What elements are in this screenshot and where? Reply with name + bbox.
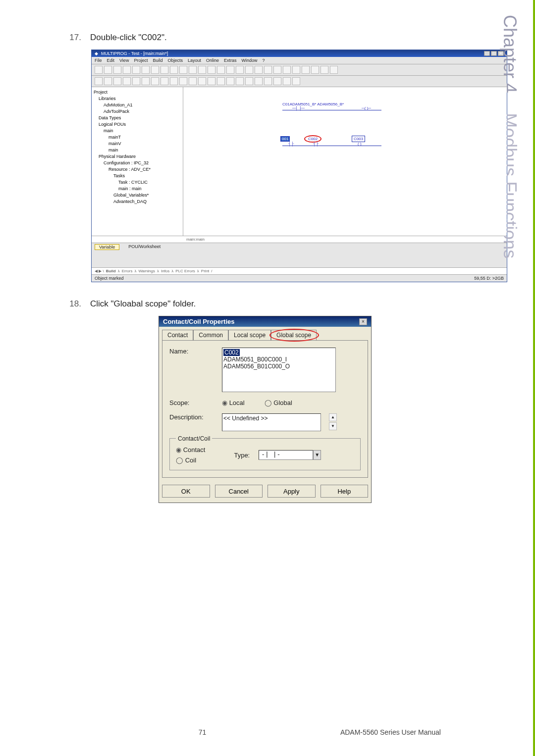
toolbar-button[interactable] <box>123 66 131 74</box>
contact-radio[interactable]: Contact <box>176 446 205 454</box>
toolbar-button[interactable] <box>283 66 291 74</box>
toolbar-button[interactable] <box>302 66 310 74</box>
tree-item[interactable]: mainV <box>94 141 181 147</box>
tab-contact[interactable]: Contact <box>162 330 193 340</box>
tab-main[interactable]: main:main <box>186 237 205 242</box>
menu-online[interactable]: Online <box>206 58 219 63</box>
tab-build[interactable]: Build <box>106 269 116 273</box>
menu-extras[interactable]: Extras <box>224 58 237 63</box>
toolbar-button[interactable] <box>104 66 112 74</box>
toolbar-button[interactable] <box>292 77 300 85</box>
toolbar-button[interactable] <box>189 77 197 85</box>
scroll-up-icon[interactable]: ▲ <box>329 413 337 421</box>
toolbar-button[interactable] <box>104 77 112 85</box>
tree-item[interactable]: Resource : ADV_CE* <box>94 166 181 173</box>
tree-item[interactable]: AdvMotion_A1 <box>94 102 181 108</box>
tree-item[interactable]: Global_Variables* <box>94 192 181 199</box>
apply-button[interactable]: Apply <box>268 485 316 498</box>
toolbar-button[interactable] <box>226 77 234 85</box>
name-option[interactable]: ADAM5056_B01C000_O <box>223 363 290 370</box>
contact-symbol[interactable]: ┤├ <box>313 142 319 146</box>
toolbar-button[interactable] <box>142 66 150 74</box>
project-tree[interactable]: Project Libraries AdvMotion_A1 AdvToolPa… <box>92 87 183 236</box>
tab-common[interactable]: Common <box>193 330 228 340</box>
tree-item[interactable]: main : main <box>94 186 181 192</box>
c003-node[interactable]: C003 <box>352 137 365 141</box>
tab-plcerrors[interactable]: PLC Errors <box>175 269 195 273</box>
ladder-canvas[interactable]: C01ADAM5051_B* ADAM5056_B* ─┤ ├─ ─( )─ 0… <box>183 87 507 236</box>
menu-view[interactable]: View <box>119 58 129 63</box>
tab-print[interactable]: Print <box>201 269 209 273</box>
toolbar-button[interactable] <box>132 66 140 74</box>
toolbar-button[interactable] <box>264 66 272 74</box>
maximize-icon[interactable]: □ <box>491 51 497 56</box>
toolbar-button[interactable] <box>311 66 319 74</box>
pou-col[interactable]: POU/Worksheet <box>124 244 164 250</box>
toolbar-button[interactable] <box>142 77 150 85</box>
toolbar-button[interactable] <box>179 66 187 74</box>
tree-item[interactable]: mainT <box>94 134 181 141</box>
toolbar-button[interactable] <box>245 77 253 85</box>
toolbar-button[interactable] <box>236 77 244 85</box>
toolbar-button[interactable] <box>208 66 215 74</box>
toolbar-button[interactable] <box>123 77 131 85</box>
menu-window[interactable]: Window <box>242 58 258 63</box>
toolbar-button[interactable] <box>179 77 187 85</box>
tree-item[interactable]: Data Types <box>94 115 181 121</box>
menu-help[interactable]: ? <box>263 58 265 63</box>
name-listbox[interactable]: C002 ADAM5051_B00C000_I ADAM5056_B01C000… <box>222 348 336 392</box>
toolbar-button[interactable] <box>95 66 103 74</box>
c001-node[interactable]: 001 <box>280 137 290 141</box>
tab-errors[interactable]: Errors <box>122 269 133 273</box>
toolbar-button[interactable] <box>245 66 253 74</box>
toolbar-button[interactable] <box>217 66 225 74</box>
toolbar-button[interactable] <box>160 66 168 74</box>
contact-symbol[interactable]: ┤├ <box>288 142 294 146</box>
toolbar-button[interactable] <box>208 77 215 85</box>
scope-global-radio[interactable]: Global <box>265 399 292 406</box>
menu-project[interactable]: Project <box>134 58 148 63</box>
toolbar-button[interactable] <box>330 66 338 74</box>
toolbar-button[interactable] <box>217 77 225 85</box>
tree-item[interactable]: Advantech_DAQ <box>94 199 181 205</box>
toolbar-button[interactable] <box>321 66 328 74</box>
toolbar-button[interactable] <box>236 66 244 74</box>
toolbar-button[interactable] <box>198 66 206 74</box>
menu-edit[interactable]: Edit <box>107 58 115 63</box>
toolbar-button[interactable] <box>255 66 263 74</box>
name-selected[interactable]: C002 <box>223 349 240 356</box>
toolbar-button[interactable] <box>198 77 206 85</box>
name-option[interactable]: ADAM5051_B00C000_I <box>223 356 287 363</box>
c002-node[interactable]: C002 <box>304 137 321 141</box>
toolbar-button[interactable] <box>113 77 121 85</box>
toolbar-button[interactable] <box>151 77 159 85</box>
tree-item[interactable]: Logical POUs <box>94 121 181 128</box>
toolbar-button[interactable] <box>189 66 197 74</box>
coil-symbol[interactable]: ( ) <box>358 142 362 146</box>
toolbar-button[interactable] <box>226 66 234 74</box>
cancel-button[interactable]: Cancel <box>215 485 263 498</box>
tree-item[interactable]: Configuration : IPC_32 <box>94 160 181 166</box>
scroll-down-icon[interactable]: ▼ <box>329 422 337 430</box>
minimize-icon[interactable]: _ <box>484 51 490 56</box>
toolbar-button[interactable] <box>264 77 272 85</box>
toolbar-button[interactable] <box>170 66 178 74</box>
tab-infos[interactable]: Infos <box>161 269 169 273</box>
tree-item[interactable]: main <box>94 147 181 153</box>
menu-objects[interactable]: Objects <box>167 58 183 63</box>
tree-item[interactable]: Libraries <box>94 96 181 102</box>
menu-build[interactable]: Build <box>153 58 162 63</box>
toolbar-button[interactable] <box>255 77 263 85</box>
menu-layout[interactable]: Layout <box>188 58 201 63</box>
menu-file[interactable]: File <box>95 58 102 63</box>
tree-item[interactable]: Project <box>94 89 181 96</box>
toolbar-button[interactable] <box>95 77 103 85</box>
tree-item[interactable]: AdvToolPack <box>94 108 181 115</box>
ok-button[interactable]: OK <box>162 485 210 498</box>
description-box[interactable]: << Undefined >> <box>222 413 321 431</box>
tab-local-scope[interactable]: Local scope <box>228 330 271 340</box>
toolbar-button[interactable] <box>132 77 140 85</box>
tab-warnings[interactable]: Warnings <box>138 269 155 273</box>
tree-item[interactable]: main <box>94 128 181 134</box>
help-button[interactable]: Help <box>321 485 369 498</box>
